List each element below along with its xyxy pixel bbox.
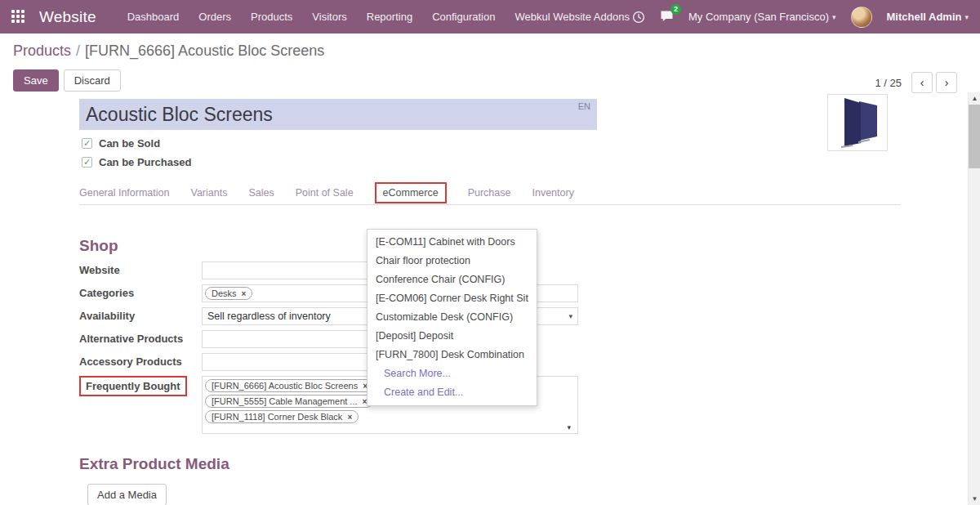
can-be-sold-row: ✓ Can be Sold xyxy=(82,137,160,150)
acoustic-screen-illustration xyxy=(828,96,887,150)
top-navbar: Website Dashboard Orders Products Visito… xyxy=(0,0,980,34)
apps-grid-icon[interactable] xyxy=(11,10,26,25)
tab-inventory[interactable]: Inventory xyxy=(532,183,573,203)
dropdown-option[interactable]: [E-COM11] Cabinet with Doors xyxy=(368,233,537,252)
accessory-products-label: Accessory Products xyxy=(79,353,202,371)
availability-label: Availability xyxy=(79,307,202,325)
create-and-edit-link[interactable]: Create and Edit... xyxy=(368,383,537,402)
scrollbar-thumb[interactable] xyxy=(969,105,980,168)
website-label: Website xyxy=(79,261,202,279)
autocomplete-dropdown: [E-COM11] Cabinet with Doors Chair floor… xyxy=(367,229,537,406)
tab-ecommerce[interactable]: eCommerce xyxy=(375,182,447,203)
nav-menu-visitors[interactable]: Visitors xyxy=(312,11,346,23)
pager: 1 / 25 ‹ › xyxy=(875,72,957,93)
can-be-purchased-checkbox[interactable]: ✓ xyxy=(82,157,92,168)
chevron-down-icon: ▾ xyxy=(832,13,836,21)
frequently-bought-label-annotated: Frequently Bought xyxy=(79,376,187,396)
can-be-purchased-label: Can be Purchased xyxy=(99,156,191,168)
categories-label: Categories xyxy=(79,284,202,302)
notebook-tabs: General Information Variants Sales Point… xyxy=(79,181,574,205)
can-be-sold-checkbox[interactable]: ✓ xyxy=(82,138,92,149)
nav-menu-products[interactable]: Products xyxy=(251,11,292,23)
translation-badge[interactable]: EN xyxy=(578,101,590,111)
check-icon: ✓ xyxy=(83,157,91,167)
category-tag[interactable]: Desks × xyxy=(205,287,252,300)
frequently-bought-tag[interactable]: [FURN_1118] Corner Desk Black × xyxy=(205,410,359,423)
nav-menu-webkul-website-addons[interactable]: Webkul Website Addons xyxy=(514,11,629,23)
activities-clock-icon[interactable] xyxy=(632,11,645,24)
tab-sales[interactable]: Sales xyxy=(248,183,274,203)
frequently-bought-tag-label: [FURN_5555] Cable Management ... xyxy=(212,396,358,406)
tab-general-information[interactable]: General Information xyxy=(79,183,169,203)
frequently-bought-tag-label: [FURN_1118] Corner Desk Black xyxy=(212,412,342,422)
scroll-down-arrow[interactable]: ▼ xyxy=(969,493,980,505)
dropdown-option[interactable]: [E-COM06] Corner Desk Right Sit xyxy=(368,289,537,308)
navbar-systray: 2 My Company (San Francisco) ▾ Mitchell … xyxy=(632,7,969,28)
can-be-purchased-row: ✓ Can be Purchased xyxy=(82,156,191,168)
dropdown-option[interactable]: Customizable Desk (CONFIG) xyxy=(368,308,537,327)
breadcrumb-separator: / xyxy=(76,42,80,59)
check-icon: ✓ xyxy=(83,138,91,148)
pager-next-button[interactable]: › xyxy=(936,72,957,93)
chevron-right-icon: › xyxy=(945,76,949,89)
tab-point-of-sale[interactable]: Point of Sale xyxy=(296,183,354,203)
scroll-up-arrow[interactable]: ▲ xyxy=(969,92,980,105)
shop-section-title: Shop xyxy=(79,237,118,255)
extra-product-media-title: Extra Product Media xyxy=(79,455,229,473)
user-menu[interactable]: Mitchell Admin ▾ xyxy=(887,11,969,23)
tabs-divider xyxy=(79,204,901,205)
availability-value: Sell regardless of inventory xyxy=(207,311,331,322)
can-be-sold-label: Can be Sold xyxy=(99,137,160,150)
frequently-bought-tag[interactable]: [FURN_5555] Cable Management ... × xyxy=(205,395,373,408)
nav-menu-reporting[interactable]: Reporting xyxy=(367,11,412,23)
breadcrumb-products-link[interactable]: Products xyxy=(13,42,71,59)
tab-purchase[interactable]: Purchase xyxy=(468,183,511,203)
remove-tag-icon[interactable]: × xyxy=(347,413,352,422)
pager-previous-button[interactable]: ‹ xyxy=(911,72,933,93)
company-name: My Company (San Francisco) xyxy=(688,11,829,23)
odoo-website-product-page: Website Dashboard Orders Products Visito… xyxy=(0,0,980,505)
chevron-down-icon: ▾ xyxy=(964,13,969,21)
nav-menu-orders[interactable]: Orders xyxy=(198,11,231,23)
nav-menu-dashboard[interactable]: Dashboard xyxy=(127,11,180,23)
chevron-left-icon: ‹ xyxy=(920,76,924,89)
add-a-media-button[interactable]: Add a Media xyxy=(87,484,167,505)
category-tag-label: Desks xyxy=(212,288,237,298)
breadcrumb: Products/[FURN_6666] Acoustic Bloc Scree… xyxy=(13,42,324,60)
user-name: Mitchell Admin xyxy=(887,11,962,23)
app-name-menu[interactable]: Website xyxy=(39,8,96,26)
main-menu: Dashboard Orders Products Visitors Repor… xyxy=(127,11,630,23)
dropdown-option[interactable]: Conference Chair (CONFIG) xyxy=(368,270,537,289)
company-switcher[interactable]: My Company (San Francisco) ▾ xyxy=(688,11,835,23)
save-button[interactable]: Save xyxy=(13,69,59,92)
product-name-input[interactable]: Acoustic Bloc Screens EN xyxy=(79,99,597,130)
discard-button[interactable]: Discard xyxy=(64,69,121,92)
dropdown-option[interactable]: [FURN_7800] Desk Combination xyxy=(368,346,537,364)
nav-menu-configuration[interactable]: Configuration xyxy=(432,11,495,23)
tab-variants[interactable]: Variants xyxy=(190,183,227,203)
user-avatar[interactable] xyxy=(851,7,872,28)
frequently-bought-tag-label: [FURN_6666] Acoustic Bloc Screens xyxy=(212,381,358,391)
dropdown-toggle-icon[interactable]: ▾ xyxy=(567,423,571,431)
chevron-down-icon: ▾ xyxy=(568,312,572,320)
search-more-link[interactable]: Search More... xyxy=(368,364,537,383)
frequently-bought-tag[interactable]: [FURN_6666] Acoustic Bloc Screens × xyxy=(205,379,374,392)
pager-value: 1 / 25 xyxy=(875,77,902,89)
breadcrumb-current: [FURN_6666] Acoustic Bloc Screens xyxy=(85,42,324,59)
dropdown-option[interactable]: [Deposit] Deposit xyxy=(368,327,537,346)
dropdown-option[interactable]: Chair floor protection xyxy=(368,252,537,270)
product-name-value: Acoustic Bloc Screens xyxy=(86,99,273,130)
vertical-scrollbar[interactable]: ▲ ▼ xyxy=(968,92,980,505)
remove-tag-icon[interactable]: × xyxy=(242,289,247,298)
product-image[interactable] xyxy=(827,94,888,151)
form-action-buttons: Save Discard xyxy=(13,69,121,92)
messages-icon[interactable]: 2 xyxy=(660,10,674,25)
messages-count-badge: 2 xyxy=(670,4,681,15)
alternative-products-label: Alternative Products xyxy=(79,330,202,348)
